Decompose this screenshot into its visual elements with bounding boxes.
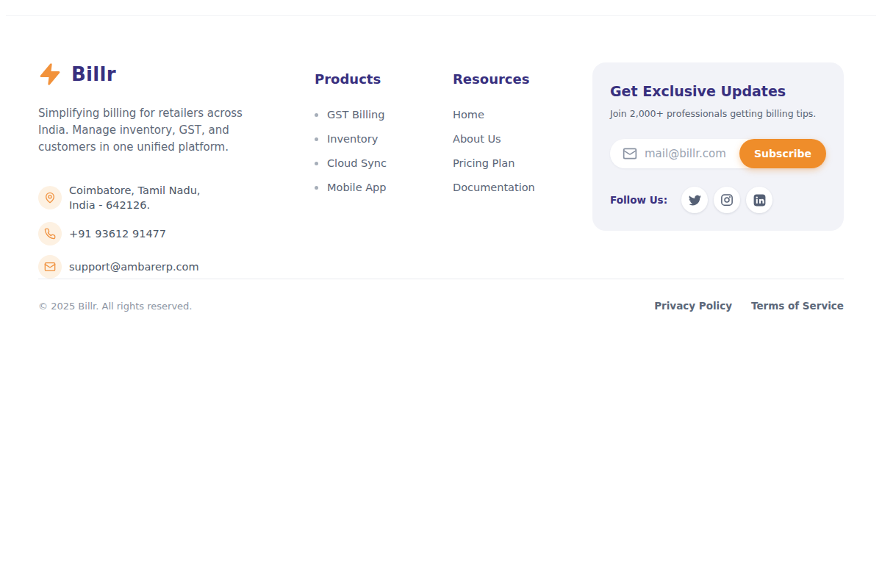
resources-link-home[interactable]: Home bbox=[453, 109, 591, 121]
resources-link-documentation[interactable]: Documentation bbox=[453, 182, 591, 193]
contact-email: support@ambarerp.com bbox=[38, 255, 315, 279]
newsletter-email-input[interactable] bbox=[645, 147, 755, 160]
envelope-icon bbox=[38, 255, 62, 279]
link-label: About Us bbox=[453, 133, 501, 145]
bullet-icon bbox=[315, 186, 318, 190]
instagram-button[interactable] bbox=[714, 187, 740, 213]
instagram-icon bbox=[720, 193, 734, 207]
brand-logo[interactable]: Billr bbox=[38, 62, 315, 86]
brand-name: Billr bbox=[71, 63, 116, 85]
terms-of-service-link[interactable]: Terms of Service bbox=[751, 300, 844, 312]
link-label: Cloud Sync bbox=[327, 157, 387, 169]
products-link-gst-billing[interactable]: GST Billing bbox=[315, 109, 453, 121]
resources-title: Resources bbox=[453, 71, 591, 87]
link-label: Mobile App bbox=[327, 182, 387, 193]
products-link-cloud-sync[interactable]: Cloud Sync bbox=[315, 157, 453, 169]
products-link-mobile-app[interactable]: Mobile App bbox=[315, 182, 453, 193]
follow-row: Follow Us: bbox=[610, 187, 826, 213]
legal-links: Privacy Policy Terms of Service bbox=[654, 300, 844, 312]
address-line1: Coimbatore, Tamil Nadu, bbox=[69, 184, 200, 196]
social-links bbox=[681, 187, 772, 213]
lightning-bolt-icon bbox=[38, 62, 62, 86]
link-label: Pricing Plan bbox=[453, 157, 514, 169]
linkedin-icon bbox=[753, 193, 767, 207]
newsletter-title: Get Exclusive Updates bbox=[610, 83, 826, 99]
copyright-text: © 2025 Billr. All rights reserved. bbox=[38, 301, 192, 312]
contact-phone: +91 93612 91477 bbox=[38, 222, 315, 245]
products-column: Products GST Billing Inventory Cloud Syn… bbox=[315, 62, 453, 193]
newsletter-subtitle: Join 2,000+ professionals getting billin… bbox=[610, 108, 826, 119]
phone-icon bbox=[38, 222, 62, 245]
subscribe-button[interactable]: Subscribe bbox=[739, 139, 826, 168]
products-title: Products bbox=[315, 71, 453, 87]
resources-column: Resources Home About Us Pricing Plan Doc… bbox=[453, 62, 591, 193]
link-label: GST Billing bbox=[327, 109, 384, 121]
address-line2: India - 642126. bbox=[69, 199, 150, 211]
products-link-inventory[interactable]: Inventory bbox=[315, 133, 453, 145]
footer: Billr Simplifying billing for retailers … bbox=[38, 16, 844, 312]
address-text: Coimbatore, Tamil Nadu, India - 642126. bbox=[69, 183, 200, 212]
brand-column: Billr Simplifying billing for retailers … bbox=[38, 62, 315, 279]
link-label: Inventory bbox=[327, 133, 378, 145]
email-text: support@ambarerp.com bbox=[69, 261, 199, 273]
link-label: Documentation bbox=[453, 182, 535, 193]
bullet-icon bbox=[315, 113, 318, 117]
twitter-icon bbox=[689, 194, 701, 207]
footer-main: Billr Simplifying billing for retailers … bbox=[38, 16, 844, 279]
phone-text: +91 93612 91477 bbox=[69, 228, 166, 240]
resources-link-pricing-plan[interactable]: Pricing Plan bbox=[453, 157, 591, 169]
link-label: Home bbox=[453, 109, 484, 121]
twitter-button[interactable] bbox=[681, 187, 708, 213]
resources-link-about-us[interactable]: About Us bbox=[453, 133, 591, 145]
bullet-icon bbox=[315, 162, 318, 165]
bottom-bar: © 2025 Billr. All rights reserved. Priva… bbox=[38, 279, 844, 312]
products-list: GST Billing Inventory Cloud Sync Mobile … bbox=[315, 109, 453, 193]
follow-us-label: Follow Us: bbox=[610, 194, 667, 206]
newsletter-card: Get Exclusive Updates Join 2,000+ profes… bbox=[592, 62, 844, 231]
mail-icon bbox=[623, 146, 637, 161]
linkedin-button[interactable] bbox=[746, 187, 772, 213]
bullet-icon bbox=[315, 137, 318, 141]
brand-description: Simplifying billing for retailers across… bbox=[38, 105, 273, 156]
location-pin-icon bbox=[38, 186, 62, 209]
resources-list: Home About Us Pricing Plan Documentation bbox=[453, 109, 591, 193]
contact-address: Coimbatore, Tamil Nadu, India - 642126. bbox=[38, 183, 315, 212]
subscribe-form: Subscribe bbox=[610, 139, 826, 168]
privacy-policy-link[interactable]: Privacy Policy bbox=[654, 300, 732, 312]
contact-list: Coimbatore, Tamil Nadu, India - 642126. … bbox=[38, 183, 315, 279]
